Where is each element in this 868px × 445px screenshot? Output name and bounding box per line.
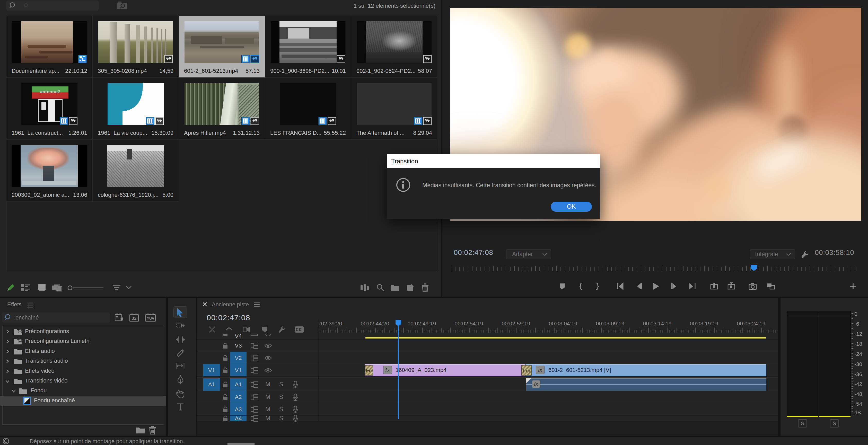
svg-text:32: 32	[132, 316, 137, 321]
svg-text:YUV: YUV	[147, 316, 154, 320]
